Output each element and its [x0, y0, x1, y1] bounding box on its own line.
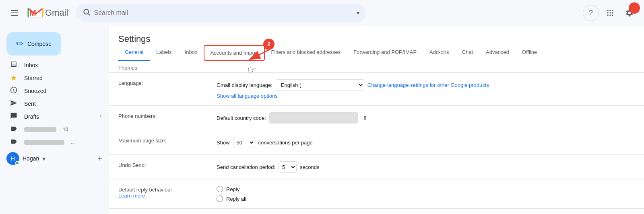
settings-icon-container [621, 5, 638, 21]
reply-all-radio[interactable] [217, 195, 223, 202]
reply-label-text: Default reply behaviour: [118, 187, 207, 193]
hamburger-button[interactable] [6, 5, 23, 21]
compose-icon: ✏ [16, 39, 23, 49]
svg-rect-0 [11, 10, 18, 11]
gmail-display-language-label: Gmail display language: [217, 82, 272, 88]
starred-icon: ★ [10, 74, 18, 82]
sidebar-drafts-label: Drafts [24, 113, 93, 120]
sidebar-item-inbox[interactable]: Inbox [0, 59, 109, 72]
annotation-badge-1 [629, 2, 640, 14]
sidebar-label1-text [24, 127, 56, 132]
gmail-logo-text: Gmail [45, 8, 68, 18]
language-select[interactable]: English ( [276, 79, 364, 91]
search-bar: ▾ [76, 4, 366, 22]
tab-forwarding[interactable]: Forwarding and POP/IMAP [347, 44, 423, 61]
pagesize-label: Maximum page size: [118, 137, 207, 144]
search-input[interactable] [94, 9, 353, 16]
svg-point-8 [609, 10, 611, 11]
svg-point-11 [609, 12, 611, 13]
sidebar-item-snoozed[interactable]: Snoozed [0, 84, 109, 97]
svg-text:M: M [29, 8, 36, 17]
compose-button[interactable]: ✏ Compose [6, 32, 61, 56]
apps-button[interactable] [602, 5, 618, 21]
inbox-icon [10, 61, 18, 70]
tab-accounts[interactable]: Accounts and Import [204, 45, 264, 61]
settings-content: Settings General Labels Inbox Accounts a… [109, 26, 644, 214]
undo-select[interactable]: 5 10 20 30 [279, 161, 297, 173]
settings-table: Language: Gmail display language: Englis… [109, 73, 644, 209]
reply-value: Reply Reply all [217, 186, 634, 202]
search-dropdown-icon[interactable]: ▾ [357, 10, 359, 16]
undo-content: Send cancellation period: 5 10 20 30 sec… [217, 161, 634, 173]
svg-rect-1 [11, 12, 18, 13]
tab-general[interactable]: General [118, 44, 150, 61]
user-add-icon[interactable]: + [97, 154, 102, 163]
tab-chat[interactable]: Chat [456, 44, 479, 61]
pagesize-row: Maximum page size: Show 50 25 100 conver… [109, 130, 644, 155]
reply-option-reply[interactable]: Reply [217, 186, 634, 192]
reply-radio[interactable] [217, 186, 223, 192]
user-avatar: H [6, 152, 19, 165]
svg-point-9 [612, 10, 613, 11]
tab-addons[interactable]: Add-ons [423, 44, 455, 61]
country-select-arrow: ⇕ [363, 115, 367, 121]
help-button[interactable]: ? [583, 5, 599, 21]
sidebar-item-label2[interactable]: ... [0, 136, 109, 149]
header-right: ? [583, 5, 638, 21]
tab-filters[interactable]: Filters and blocked addresses [265, 44, 347, 61]
sidebar-item-label1[interactable]: 10 [0, 123, 109, 136]
svg-point-10 [607, 12, 609, 13]
settings-tabs: General Labels Inbox Accounts and Import… [109, 44, 644, 61]
themes-area: Themes [109, 61, 644, 73]
reply-option-reply-all[interactable]: Reply all [217, 195, 634, 202]
svg-line-6 [88, 13, 90, 15]
sidebar-sent-label: Sent [24, 101, 102, 107]
sidebar-item-sent[interactable]: Sent [0, 97, 109, 110]
reply-learn-more-link[interactable]: Learn more [118, 193, 145, 199]
svg-rect-2 [11, 15, 18, 16]
undo-label: Undo Send: [118, 161, 207, 168]
sidebar-starred-label: Starred [24, 75, 102, 81]
compose-label: Compose [27, 41, 52, 47]
language-value: Gmail display language: English ( Change… [217, 79, 634, 99]
tab-offline[interactable]: Offline [516, 44, 543, 61]
svg-point-13 [607, 14, 609, 16]
snoozed-icon [10, 86, 18, 96]
phone-content: Default country code: ⇕ [217, 112, 634, 123]
user-online-indicator [15, 161, 19, 165]
sidebar-item-starred[interactable]: ★ Starred [0, 72, 109, 84]
change-language-link[interactable]: Change language settings for other Googl… [367, 82, 489, 88]
cancellation-period-label: Send cancellation period: [217, 164, 275, 170]
tab-inbox[interactable]: Inbox [178, 44, 204, 61]
user-name: Hogan [23, 155, 39, 162]
tab-advanced[interactable]: Advanced [479, 44, 516, 61]
user-dropdown-icon[interactable]: ▾ [42, 155, 45, 163]
pagesize-value: Show 50 25 100 conversations per page [217, 137, 634, 148]
sidebar-item-drafts[interactable]: Drafts 1 [0, 110, 109, 123]
user-initial: H [11, 155, 15, 162]
main-layout: ✏ Compose Inbox ★ Starred Snoozed [0, 26, 644, 214]
settings-title: Settings [109, 26, 644, 44]
reply-option-reply-all-label: Reply all [226, 196, 246, 202]
search-icon [83, 8, 91, 18]
conversations-per-page-label: conversations per page [258, 140, 313, 146]
tab-labels[interactable]: Labels [150, 44, 178, 61]
default-country-label: Default country code: [217, 115, 266, 121]
sent-icon [10, 99, 18, 109]
undo-row: Undo Send: Send cancellation period: 5 1… [109, 155, 644, 179]
show-all-languages-link[interactable]: Show all language options [217, 93, 278, 99]
themes-tab[interactable]: Themes [118, 62, 137, 74]
sidebar-label2-dots: ... [71, 140, 75, 145]
svg-point-12 [612, 12, 613, 13]
sidebar-label1-count: 10 [63, 127, 68, 132]
reply-row: Default reply behaviour: Learn more Repl… [109, 179, 644, 209]
phone-value: Default country code: ⇕ [217, 112, 634, 123]
app-header: M Gmail ▾ ? [0, 0, 644, 26]
phone-row: Phone numbers: Default country code: ⇕ [109, 106, 644, 130]
show-label: Show [217, 140, 230, 146]
user-area[interactable]: H Hogan ▾ + [0, 149, 109, 168]
pagesize-select[interactable]: 50 25 100 [233, 137, 255, 148]
seconds-label: seconds [300, 164, 319, 170]
drafts-icon [10, 112, 18, 121]
country-select-blurred[interactable] [269, 112, 358, 123]
